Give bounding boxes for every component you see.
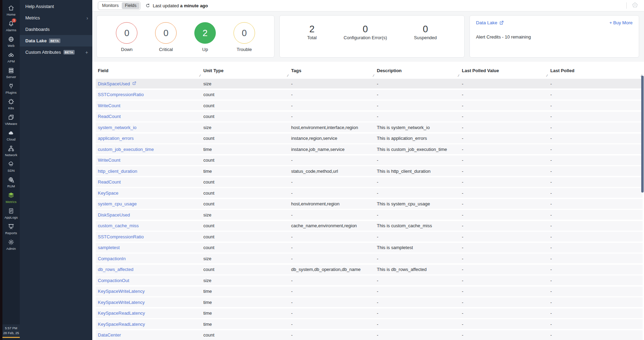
- buy-more-link[interactable]: + Buy More: [609, 20, 633, 25]
- sidebar-item-custom-attributes[interactable]: Custom AttributesBETA+: [20, 46, 92, 58]
- rail-item-vmware[interactable]: VMware: [2, 112, 20, 128]
- rail-item-label: Metrics: [6, 200, 16, 204]
- sidebar-item-data-lake[interactable]: Data LakeBETA: [20, 35, 92, 46]
- status-label: Critical: [159, 47, 173, 52]
- column-header-unit-type[interactable]: Unit Type∕∕: [201, 67, 289, 77]
- unit-type-cell: time: [201, 289, 289, 294]
- field-link[interactable]: KeySpaceWriteLatency: [96, 289, 201, 294]
- rail-item-alarms[interactable]: Alarms3: [2, 18, 20, 34]
- field-link[interactable]: custom_job_execution_time: [96, 147, 201, 152]
- rail-item-apm[interactable]: APM: [2, 50, 20, 65]
- cloud-icon: [8, 129, 15, 136]
- table-header: Field∕∕Unit Type∕∕Tags∕∕Description∕∕Las…: [96, 67, 643, 79]
- field-link[interactable]: custom_cache_miss: [96, 223, 201, 228]
- sidebar-item-dashboards[interactable]: Dashboards: [20, 24, 92, 35]
- field-link[interactable]: WriteCount: [96, 103, 201, 108]
- status-up[interactable]: 2Up: [194, 22, 216, 52]
- field-link[interactable]: KeySpace: [96, 190, 201, 196]
- tags-cell: -: [289, 103, 375, 108]
- field-link[interactable]: WriteCount: [96, 158, 201, 163]
- fields-table: Field∕∕Unit Type∕∕Tags∕∕Description∕∕Las…: [92, 62, 644, 340]
- rail-item-metrics[interactable]: Metrics: [2, 190, 20, 206]
- status-label: Trouble: [237, 47, 252, 52]
- table-row: SSTCompressionRatiocount----: [96, 90, 643, 100]
- data-lake-link[interactable]: Data Lake: [476, 20, 504, 25]
- field-name: application_errors: [98, 136, 134, 141]
- refresh-icon[interactable]: [145, 3, 150, 8]
- field-link[interactable]: system_cpu_usage: [96, 201, 201, 206]
- table-row: DiskSpaceUsedsize----: [96, 79, 643, 88]
- metrics-icon: [8, 192, 15, 199]
- sidebar-item-help-assistant[interactable]: Help Assistant: [20, 1, 92, 12]
- field-link[interactable]: DataCenter: [96, 332, 201, 338]
- field-link[interactable]: sampletest: [96, 245, 201, 250]
- table-body: DiskSpaceUsedsize----SSTCompressionRatio…: [96, 79, 643, 340]
- sidebar-item-label: Custom Attributes: [25, 50, 61, 55]
- apm-icon: [8, 51, 15, 58]
- unit-type-cell: count: [201, 267, 289, 272]
- field-link[interactable]: KeySpaceReadLatency: [96, 322, 201, 327]
- field-link[interactable]: CompactionIn: [96, 256, 201, 261]
- monitors-fields-toggle[interactable]: Monitors Fields: [98, 1, 141, 10]
- k8s-icon: [8, 98, 15, 105]
- unit-type-cell: time: [201, 147, 289, 152]
- tags-cell: -: [289, 245, 375, 250]
- field-link[interactable]: KeySpaceWriteLatency: [96, 300, 201, 305]
- rail-item-label: Alarms: [6, 28, 16, 32]
- rail-item-plugins[interactable]: Plugins: [2, 81, 20, 96]
- status-down[interactable]: 0Down: [116, 22, 137, 52]
- column-header-last-polled[interactable]: Last Polled∕∕: [548, 67, 643, 77]
- rail-item-rum[interactable]: RUM: [2, 175, 20, 190]
- status-critical[interactable]: 0Critical: [155, 22, 177, 52]
- page-share-icon[interactable]: [632, 1, 638, 10]
- last-polled-cell: -: [548, 300, 643, 305]
- rail-item-sdn[interactable]: SDN: [2, 159, 20, 175]
- field-link[interactable]: KeySpaceReadLatency: [96, 311, 201, 316]
- web-icon: [8, 36, 15, 43]
- last-polled-cell: -: [548, 332, 643, 338]
- field-link[interactable]: DiskSpaceUsed: [96, 212, 201, 218]
- field-link[interactable]: http_client_duration: [96, 169, 201, 174]
- table-row: DiskSpaceUsedsize----: [96, 210, 643, 220]
- status-trouble[interactable]: 0Trouble: [234, 22, 255, 52]
- plus-icon[interactable]: +: [85, 50, 88, 55]
- unit-type-cell: count: [201, 223, 289, 228]
- field-link[interactable]: db_rows_affected: [96, 267, 201, 272]
- table-scrollbar[interactable]: [641, 76, 644, 193]
- last-polled-value-cell: -: [460, 245, 548, 250]
- field-link[interactable]: SSTCompressionRatio: [96, 92, 201, 97]
- rail-item-server[interactable]: Server: [2, 65, 20, 81]
- column-header-last-polled-value[interactable]: Last Polled Value∕∕: [460, 67, 548, 77]
- toggle-fields[interactable]: Fields: [122, 2, 139, 9]
- column-header-label: Tags: [291, 68, 301, 73]
- rail-item-network[interactable]: Network: [2, 143, 20, 159]
- sidebar-item-metrics[interactable]: Metrics›: [20, 12, 92, 24]
- column-header-description[interactable]: Description∕∕: [375, 67, 460, 77]
- field-name: WriteCount: [98, 158, 120, 163]
- last-polled-value-cell: -: [460, 147, 548, 152]
- rail-item-home[interactable]: Home: [2, 3, 20, 18]
- last-polled-cell: -: [548, 201, 643, 206]
- column-header-field[interactable]: Field∕∕: [96, 67, 201, 77]
- description-cell: This is sampletest: [375, 245, 460, 250]
- field-link[interactable]: CompactionOut: [96, 278, 201, 283]
- field-link[interactable]: SSTCompressionRatio: [96, 234, 201, 239]
- last-polled-cell: -: [548, 158, 643, 163]
- column-header-tags[interactable]: Tags∕∕: [289, 67, 375, 77]
- rail-item-applogs[interactable]: AppLogs: [2, 206, 20, 221]
- vmware-icon: [8, 114, 15, 121]
- field-link[interactable]: ReadCount: [96, 179, 201, 185]
- field-link[interactable]: application_errors: [96, 136, 201, 141]
- field-link[interactable]: system_network_io: [96, 125, 201, 130]
- toggle-monitors[interactable]: Monitors: [99, 2, 122, 9]
- rail-item-label: APM: [8, 59, 15, 63]
- rail-item-reports[interactable]: Reports: [2, 221, 20, 237]
- rail-item-cloud[interactable]: Cloud: [2, 128, 20, 143]
- last-polled-cell: -: [548, 278, 643, 283]
- field-link[interactable]: ReadCount: [96, 114, 201, 119]
- description-cell: -: [375, 190, 460, 196]
- rail-item-web[interactable]: Web: [2, 34, 20, 50]
- field-link[interactable]: DiskSpaceUsed: [96, 81, 201, 86]
- rail-item-admin[interactable]: Admin: [2, 237, 20, 253]
- rail-item-k8s[interactable]: K8s: [2, 96, 20, 112]
